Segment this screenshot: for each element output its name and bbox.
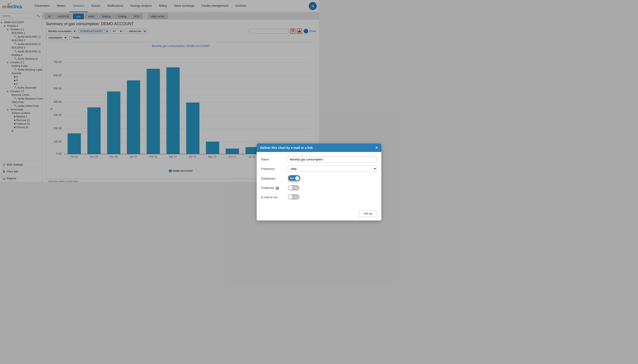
- dashboard-toggle[interactable]: Yes: [288, 176, 300, 181]
- name-label: Name: [261, 158, 288, 161]
- name-field-container: [288, 156, 319, 162]
- frequency-field-container: daily weekly monthly: [288, 166, 319, 172]
- frequency-select[interactable]: daily weekly monthly: [288, 166, 319, 172]
- dashboard-label: Dashboard: [261, 177, 288, 180]
- modal-header: Deliver this chart by e-mail or a link ×: [257, 144, 319, 152]
- dashboard-row: Dashboard Yes: [261, 175, 319, 182]
- modal-overlay[interactable]: Deliver this chart by e-mail or a link ×…: [0, 0, 319, 182]
- name-row: Name: [261, 156, 319, 162]
- deliver-chart-modal: Deliver this chart by e-mail or a link ×…: [257, 144, 319, 182]
- modal-title: Deliver this chart by e-mail or a link: [260, 146, 313, 150]
- dashboard-toggle-container: Yes: [288, 175, 319, 182]
- name-input[interactable]: [288, 156, 319, 162]
- dashboard-yes-label: Yes: [290, 177, 294, 180]
- modal-body: Name Frequency daily weekly monthly D: [257, 152, 319, 182]
- frequency-row: Frequency daily weekly monthly: [261, 166, 319, 172]
- dashboard-toggle-border: Yes: [288, 175, 300, 182]
- frequency-label: Frequency: [261, 167, 288, 170]
